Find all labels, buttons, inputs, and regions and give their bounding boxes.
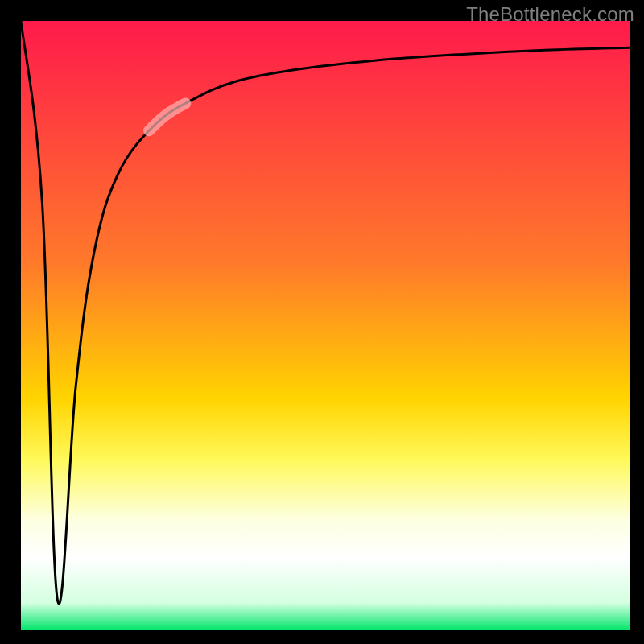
chart-background [21,21,630,630]
chart-svg [21,21,630,630]
chart-container: TheBottleneck.com [0,0,644,644]
plot-area [21,21,630,630]
